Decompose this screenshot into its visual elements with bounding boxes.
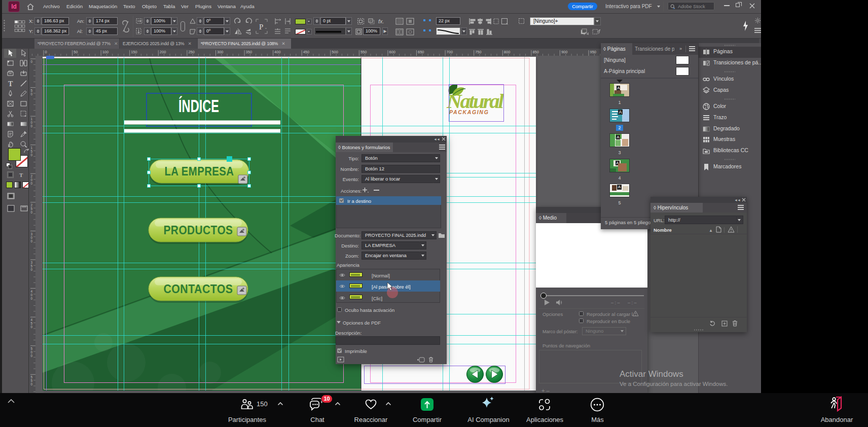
svg-text:800: 800 [504, 50, 511, 54]
svg-text:0: 0 [31, 121, 33, 124]
svg-text:0: 0 [31, 325, 33, 329]
svg-text:0: 0 [45, 50, 47, 54]
svg-text:0: 0 [31, 350, 33, 354]
svg-text:50: 50 [74, 50, 78, 54]
svg-text:200: 200 [160, 50, 166, 54]
svg-text:0: 0 [31, 182, 33, 185]
svg-text:5: 5 [31, 322, 33, 325]
svg-text:450: 450 [303, 50, 310, 54]
svg-text:2: 2 [31, 174, 33, 178]
svg-text:T: T [8, 80, 13, 87]
svg-text:0: 0 [31, 124, 33, 128]
svg-text:1: 1 [31, 146, 33, 150]
svg-text:650: 650 [418, 50, 424, 54]
svg-text:2: 2 [31, 203, 33, 207]
svg-text:150: 150 [131, 50, 137, 54]
svg-text:PRODUCTOS: PRODUCTOS [164, 224, 233, 237]
svg-text:250: 250 [188, 50, 195, 54]
svg-text:550: 550 [360, 50, 367, 54]
svg-text:400: 400 [274, 50, 281, 54]
svg-text:600: 600 [389, 50, 396, 54]
svg-text:100: 100 [102, 50, 109, 54]
svg-text:300: 300 [217, 50, 224, 54]
svg-text:0: 0 [31, 236, 33, 239]
svg-text:5: 5 [31, 264, 33, 268]
svg-text:PACKAGING: PACKAGING [449, 109, 489, 115]
svg-text:5: 5 [31, 347, 33, 350]
svg-text:P: P [259, 23, 263, 31]
svg-text:ÍNDICE: ÍNDICE [178, 95, 219, 115]
svg-text:5: 5 [31, 379, 33, 382]
svg-text:5: 5 [31, 89, 33, 92]
svg-text:LA EMPRESA: LA EMPRESA [165, 165, 234, 178]
svg-text:0: 0 [31, 297, 33, 300]
svg-text:5: 5 [31, 150, 33, 153]
svg-text:5: 5 [31, 207, 33, 210]
svg-text:0: 0 [31, 354, 33, 358]
svg-text:0: 0 [31, 268, 33, 271]
svg-text:0: 0 [31, 153, 33, 157]
svg-text:0: 0 [31, 92, 33, 96]
svg-text:0: 0 [31, 382, 33, 386]
svg-text:1: 1 [31, 117, 33, 121]
svg-text:4: 4 [31, 290, 33, 293]
svg-text:0: 0 [31, 239, 33, 243]
svg-text:3: 3 [31, 261, 33, 264]
svg-text:3: 3 [31, 232, 33, 236]
svg-text:500: 500 [332, 50, 338, 54]
svg-text:750: 750 [475, 50, 482, 54]
svg-text:700: 700 [447, 50, 453, 54]
svg-text:900: 900 [561, 50, 568, 54]
svg-text:0: 0 [31, 210, 33, 214]
svg-text:5: 5 [31, 375, 33, 379]
svg-text:950: 950 [590, 50, 597, 54]
svg-text:0: 0 [31, 178, 33, 182]
svg-text:0: 0 [31, 60, 33, 63]
svg-text:850: 850 [532, 50, 539, 54]
svg-text:4: 4 [31, 318, 33, 322]
svg-text:350: 350 [246, 50, 252, 54]
svg-text:0: 0 [31, 293, 33, 297]
svg-text:CONTACTOS: CONTACTOS [164, 282, 233, 296]
